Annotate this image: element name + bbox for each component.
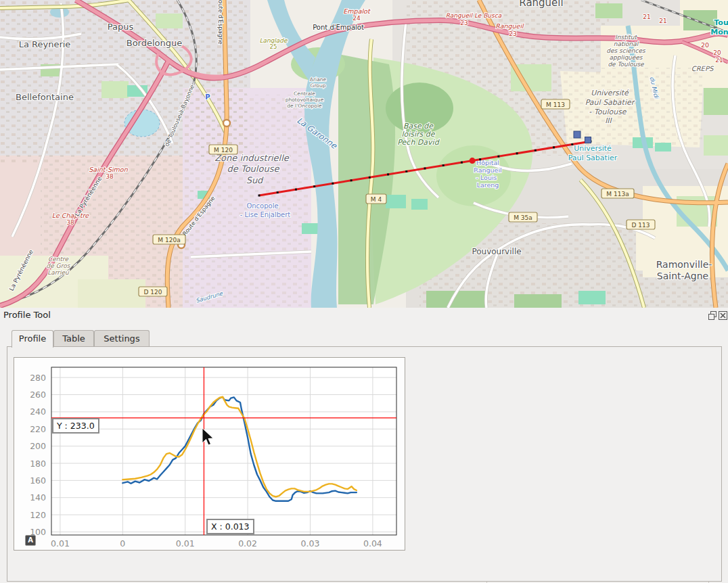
map-label: Bellefontaine xyxy=(16,92,74,102)
profile-tick xyxy=(405,170,407,172)
map-label: Institut xyxy=(615,34,637,41)
road-badge-label: M 113 xyxy=(546,101,565,108)
profile-tick xyxy=(277,191,279,193)
map-label: national xyxy=(614,41,639,47)
profile-tick xyxy=(497,156,499,158)
profile-tick xyxy=(258,195,260,197)
vertex-marker xyxy=(585,137,591,143)
cursor-x-tooltip: X : 0.013 xyxy=(206,519,254,534)
map-label: Lareng xyxy=(477,181,499,189)
map-label: 24 xyxy=(352,15,361,22)
map-label: CREPS xyxy=(691,65,714,72)
y-tick-label: 200 xyxy=(30,441,46,451)
road-badge-label: M 35a xyxy=(514,214,532,221)
map-label: Rangueil xyxy=(474,166,501,174)
map-label: Rangueil Le Busca xyxy=(446,12,502,19)
autoscale-button[interactable]: A xyxy=(25,535,36,546)
profile-tick xyxy=(553,146,555,148)
road-badge-label: D 120 xyxy=(144,289,162,296)
x-tick-label: 0.02 xyxy=(238,538,257,549)
map-label: 21 xyxy=(659,18,666,24)
profile-tick xyxy=(295,189,297,191)
profile-tick xyxy=(313,185,315,187)
map-label: 23 xyxy=(509,30,516,37)
y-tick-label: 280 xyxy=(30,373,46,383)
tab-profile[interactable]: Profile xyxy=(12,330,53,348)
map-label: Saint-Agne xyxy=(657,271,708,281)
tab-table[interactable]: Table xyxy=(53,330,94,346)
y-tick-label: 220 xyxy=(30,424,46,434)
map-label: de l'Oncopole xyxy=(287,103,322,109)
profile-tick xyxy=(571,143,573,145)
map-label: Pont d'Empalot xyxy=(313,24,364,31)
map-label: Ramonville- xyxy=(656,259,712,270)
float-icon[interactable] xyxy=(708,311,717,320)
profile-tick xyxy=(369,177,371,179)
map-label: 25 xyxy=(270,43,277,50)
map-label: Université xyxy=(591,89,629,97)
profile-tick xyxy=(387,173,389,175)
map-label: Group xyxy=(311,83,326,89)
x-tick-label: 0.04 xyxy=(363,538,382,549)
map-label: Le Chapitre xyxy=(52,212,90,219)
profile-tick xyxy=(350,179,352,181)
map-label: Université xyxy=(574,144,612,153)
map-label: Oncopole xyxy=(246,202,278,210)
y-tick-label: 120 xyxy=(30,510,46,520)
profile-tick xyxy=(479,158,481,160)
map-label: 20 xyxy=(701,41,709,49)
map-label: Rangueil xyxy=(495,22,524,30)
map-label: 20 xyxy=(713,49,721,56)
map-label: 23 xyxy=(460,20,468,26)
profile-tick xyxy=(442,164,445,166)
qgis-window: PapusBordelongueLa ReynerieBellefontaine… xyxy=(0,0,728,583)
road-badge-label: M 113a xyxy=(606,191,629,197)
profile-tick xyxy=(332,183,334,185)
profile-tick xyxy=(424,168,426,170)
profile-plot[interactable]: 0.0100.010.020.030.042802602402202001801… xyxy=(14,357,405,551)
map-label: - Toulouse xyxy=(589,108,627,116)
x-tick-label: 0.01 xyxy=(51,538,70,549)
map-label: Pech David xyxy=(397,138,440,147)
osm-basemap: PapusBordelongueLa ReynerieBellefontaine… xyxy=(0,0,728,308)
map-label: appliquées xyxy=(609,54,643,61)
linked-position-dot xyxy=(470,158,476,164)
map-label: des sciences xyxy=(606,47,646,54)
map-canvas[interactable]: PapusBordelongueLa ReynerieBellefontaine… xyxy=(0,0,728,308)
map-label: photovoltaïque xyxy=(286,97,324,103)
map-label: Larrieu xyxy=(47,269,70,276)
map-label: Tou xyxy=(714,18,728,27)
panel-title: Profile Tool xyxy=(3,310,51,320)
map-label: Ariane xyxy=(310,76,327,83)
y-tick-label: 140 xyxy=(30,492,46,503)
map-label: Centrale xyxy=(294,91,315,97)
map-label: - Lise Enjalbert xyxy=(240,211,291,218)
map-label: 38 xyxy=(106,173,114,180)
road-badge-label: M 120a xyxy=(158,237,180,243)
map-label: - Louis xyxy=(476,174,497,181)
map-label: de Gros xyxy=(47,262,71,269)
cursor-y-tooltip: Y : 233.0 xyxy=(52,418,99,434)
map-label: 38 xyxy=(66,219,74,226)
tab-settings[interactable]: Settings xyxy=(94,330,150,346)
map-label: 21 xyxy=(715,57,723,64)
map-label: 21 xyxy=(643,14,650,20)
map-label: Rangueil xyxy=(519,0,563,9)
map-label: Paul Sabatier xyxy=(568,154,618,162)
x-tick-label: 0 xyxy=(120,538,125,549)
map-label: Bordelongue xyxy=(127,38,183,48)
map-label: Papus xyxy=(108,22,134,32)
profile-tick xyxy=(516,152,518,154)
map-label: Pouvourville xyxy=(472,247,521,256)
y-tick-label: 180 xyxy=(30,459,46,469)
map-label: La Reynerie xyxy=(19,39,71,49)
y-tick-label: 260 xyxy=(30,390,46,400)
vertex-marker xyxy=(574,131,581,138)
close-icon[interactable] xyxy=(719,311,727,320)
map-label: Saint-Simon xyxy=(89,166,128,173)
map-label: Mont xyxy=(710,28,728,37)
road-badge-label: D 113 xyxy=(632,222,650,229)
y-tick-label: 240 xyxy=(30,406,46,417)
profile-tick xyxy=(534,149,537,151)
road-badge-label: M 120 xyxy=(214,147,233,154)
